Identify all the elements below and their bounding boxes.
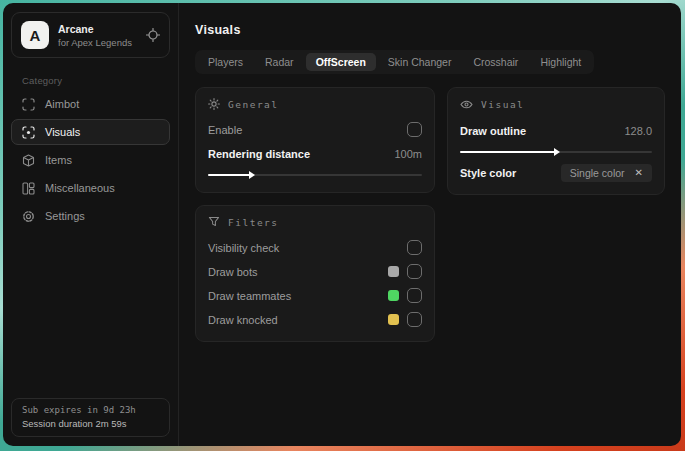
draw-teammates-color-swatch[interactable] [388,290,399,301]
sidebar-item-miscellaneous[interactable]: Miscellaneous [11,175,170,201]
draw-outline-row: Draw outline 128.0 [460,120,652,141]
draw-knocked-color-swatch[interactable] [388,314,399,325]
eye-icon [460,98,473,111]
visual-panel-title: Visual [481,99,524,110]
sidebar-item-label: Settings [45,210,85,222]
tab-offscreen[interactable]: OffScreen [306,53,376,71]
content: General Enable Rendering distance 100m [195,87,665,342]
session-duration-text: Session duration 2m 59s [22,418,159,429]
draw-bots-row: Draw bots [208,261,422,282]
tab-bar: Players Radar OffScreen Skin Changer Cro… [195,50,594,74]
filters-panel-title: Filters [228,217,279,228]
general-panel: General Enable Rendering distance 100m [195,87,435,193]
scan-eye-icon [22,126,35,139]
tab-players[interactable]: Players [198,53,253,71]
app-window: A Arcane for Apex Legends Category [3,3,681,446]
brand-subtitle: for Apex Legends [58,37,132,48]
sidebar-item-label: Visuals [45,126,80,138]
sidebar-item-label: Items [45,154,72,166]
gear-icon [22,210,35,223]
visual-panel-header: Visual [460,98,652,111]
slider-fill [208,174,253,176]
sidebar-item-label: Miscellaneous [45,182,115,194]
visibility-check-checkbox[interactable] [407,240,422,255]
style-color-row: Style color Single color ✕ [460,162,652,183]
sidebar-item-visuals[interactable]: Visuals [11,119,170,145]
tab-crosshair[interactable]: Crosshair [463,53,528,71]
enable-label: Enable [208,124,242,136]
brand-name: Arcane [58,23,132,35]
draw-knocked-label: Draw knocked [208,314,278,326]
rendering-distance-label: Rendering distance [208,148,310,160]
target-icon[interactable] [146,28,160,42]
style-color-selected-value: Single color [570,167,625,179]
enable-checkbox[interactable] [407,122,422,137]
sidebar: A Arcane for Apex Legends Category [3,3,179,446]
close-icon[interactable]: ✕ [635,167,643,178]
sidebar-item-aimbot[interactable]: Aimbot [11,91,170,117]
draw-outline-slider[interactable] [460,151,652,153]
draw-bots-color-swatch[interactable] [388,266,399,277]
sun-icon [208,98,220,110]
visibility-check-label: Visibility check [208,242,279,254]
sidebar-item-label: Aimbot [45,98,79,110]
draw-teammates-checkbox[interactable] [407,288,422,303]
brand-logo: A [21,21,49,49]
rendering-distance-row: Rendering distance 100m [208,143,422,164]
style-color-select[interactable]: Single color ✕ [561,164,652,182]
crosshair-frame-icon [22,98,35,111]
draw-knocked-row: Draw knocked [208,309,422,330]
page-title: Visuals [195,23,665,37]
sidebar-nav: Aimbot Visuals Items [3,91,178,229]
general-panel-title: General [228,99,279,110]
brand-text: Arcane for Apex Legends [58,23,132,48]
main-area: Visuals Players Radar OffScreen Skin Cha… [179,3,681,446]
rendering-distance-slider[interactable] [208,174,422,176]
tab-highlight[interactable]: Highlight [530,53,591,71]
funnel-icon [208,216,220,228]
filters-panel: Filters Visibility check Draw bots [195,205,435,342]
tab-radar[interactable]: Radar [255,53,304,71]
tab-skin-changer[interactable]: Skin Changer [378,53,462,71]
visual-panel: Visual Draw outline 128.0 Style color Si… [447,87,665,195]
general-panel-header: General [208,98,422,110]
sub-expires-text: Sub expires in 9d 23h [22,405,159,415]
visibility-check-row: Visibility check [208,237,422,258]
sidebar-item-items[interactable]: Items [11,147,170,173]
enable-row: Enable [208,119,422,140]
draw-bots-checkbox[interactable] [407,264,422,279]
sidebar-item-settings[interactable]: Settings [11,203,170,229]
style-color-label: Style color [460,167,516,179]
slider-fill [460,151,558,153]
rendering-distance-value: 100m [394,148,422,160]
draw-teammates-label: Draw teammates [208,290,291,302]
package-icon [22,154,35,167]
draw-teammates-row: Draw teammates [208,285,422,306]
draw-knocked-checkbox[interactable] [407,312,422,327]
left-column: General Enable Rendering distance 100m [195,87,435,342]
session-card: Sub expires in 9d 23h Session duration 2… [11,398,170,437]
draw-outline-value: 128.0 [624,125,652,137]
draw-bots-label: Draw bots [208,266,258,278]
brand-card: A Arcane for Apex Legends [11,12,170,58]
filters-panel-header: Filters [208,216,422,228]
category-label: Category [22,75,178,86]
draw-outline-label: Draw outline [460,125,526,137]
layout-grid-icon [22,182,35,195]
right-column: Visual Draw outline 128.0 Style color Si… [447,87,665,195]
